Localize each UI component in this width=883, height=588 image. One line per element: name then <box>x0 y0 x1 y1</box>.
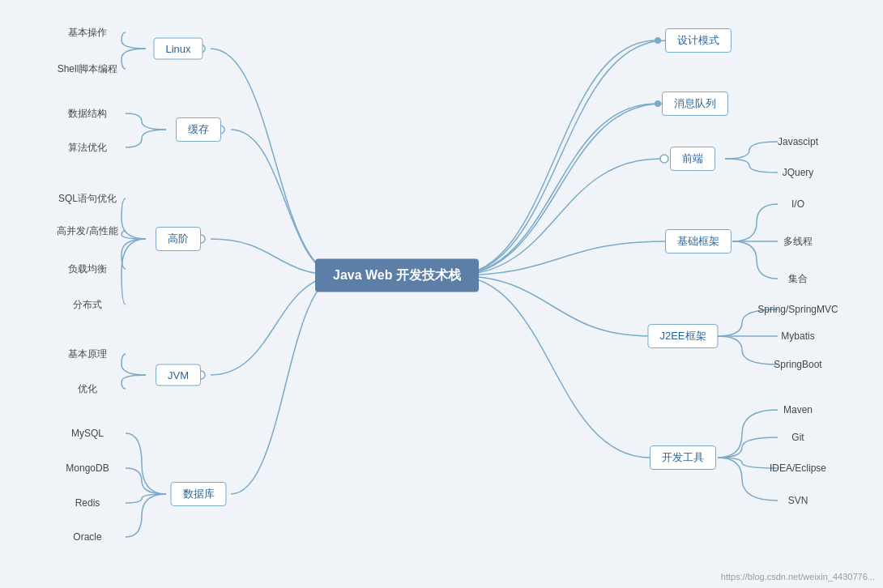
branch-advanced: 高阶 <box>156 227 201 251</box>
leaf-mongodb: MongoDB <box>66 462 109 474</box>
branch-cache: 缓存 <box>176 117 221 142</box>
branch-j2ee: J2EE框架 <box>647 324 718 348</box>
branch-frontend: 前端 <box>670 147 715 171</box>
leaf-fenbu: 分布式 <box>73 298 102 312</box>
leaf-idea: IDEA/Eclipse <box>770 462 826 474</box>
watermark: https://blog.csdn.net/weixin_4430776... <box>721 572 875 582</box>
branch-mq: 消息队列 <box>662 92 728 116</box>
leaf-jihe: 集合 <box>788 272 808 286</box>
svg-point-5 <box>660 155 668 163</box>
branch-design: 设计模式 <box>665 28 732 53</box>
svg-point-9 <box>655 100 661 107</box>
leaf-svn: SVN <box>788 495 808 506</box>
leaf-youhua: 优化 <box>78 382 97 396</box>
leaf-springboot: SpringBoot <box>774 359 821 370</box>
leaf-sql: SQL语句优化 <box>58 192 117 206</box>
leaf-jquery: JQuery <box>783 167 814 178</box>
leaf-mybatis: Mybatis <box>781 330 814 342</box>
branch-jvm: JVM <box>156 364 201 386</box>
branch-linux: Linux <box>153 38 203 60</box>
leaf-suanfayouhua: 算法优化 <box>68 141 107 155</box>
leaf-spring: Spring/SpringMVC <box>757 304 838 315</box>
leaf-gaobingfa: 高并发/高性能 <box>57 224 117 238</box>
leaf-jibenyuanli: 基本原理 <box>68 347 107 361</box>
leaf-duoxiancheng: 多线程 <box>783 235 813 249</box>
svg-point-8 <box>655 37 661 44</box>
leaf-javascript: Javascipt <box>778 136 818 147</box>
branch-framework: 基础框架 <box>665 229 732 254</box>
leaf-jibencaozuo: 基本操作 <box>68 26 107 40</box>
center-node: Java Web 开发技术栈 <box>315 259 479 292</box>
branch-devtools: 开发工具 <box>650 445 716 470</box>
leaf-io: I/O <box>791 198 804 210</box>
leaf-git: Git <box>791 432 804 443</box>
leaf-redis: Redis <box>75 497 100 509</box>
branch-database: 数据库 <box>171 482 227 506</box>
leaf-maven: Maven <box>783 404 813 415</box>
leaf-fuzhejunheng: 负载均衡 <box>68 262 107 276</box>
leaf-shell: Shell脚本编程 <box>58 62 118 76</box>
leaf-oracle: Oracle <box>73 531 101 543</box>
leaf-shujujiegou: 数据结构 <box>68 107 107 121</box>
leaf-mysql: MySQL <box>71 428 104 439</box>
